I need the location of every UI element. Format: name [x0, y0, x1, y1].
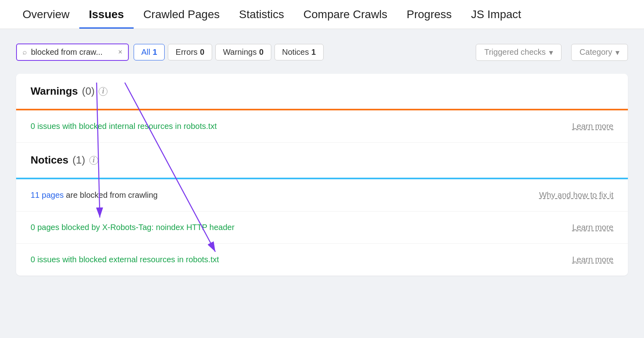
issue-row: 0 issues with blocked external resources…	[16, 244, 628, 276]
filter-btn-label: Warnings	[223, 48, 257, 57]
issue-action-link[interactable]: Why and how to fix it	[539, 191, 613, 200]
chevron-down-icon: ▾	[549, 48, 553, 57]
issue-text-content: 0 issues with blocked external resources…	[31, 255, 219, 264]
sections-container: Warnings (0) i 0 issues with blocked int…	[16, 74, 628, 276]
filter-dropdowns: Triggered checks▾Category▾	[476, 44, 628, 61]
dropdown-label: Category	[580, 48, 612, 57]
filter-dropdown-category[interactable]: Category▾	[571, 44, 628, 61]
nav-tabs: OverviewIssuesCrawled PagesStatisticsCom…	[0, 0, 644, 29]
issue-action-link[interactable]: Learn more	[572, 223, 613, 232]
filter-btn-count: 0	[259, 48, 264, 57]
main-content: ⌕ blocked from craw... × All 1Errors 0Wa…	[0, 29, 644, 335]
filter-bar: ⌕ blocked from craw... × All 1Errors 0Wa…	[16, 44, 628, 61]
dropdown-label: Triggered checks	[484, 48, 546, 57]
nav-tab-js-impact[interactable]: JS Impact	[461, 0, 530, 29]
search-icon: ⌕	[23, 48, 27, 56]
filter-btn-count: 1	[312, 48, 316, 57]
issue-text: 11 pages are blocked from crawling	[31, 191, 531, 200]
filter-btn-errors[interactable]: Errors 0	[168, 44, 212, 60]
issue-row: 0 issues with blocked internal resources…	[16, 110, 628, 143]
filter-btn-count: 1	[153, 48, 157, 57]
nav-tab-issues[interactable]: Issues	[79, 0, 134, 29]
issue-text-suffix: are blocked from crawling	[64, 191, 157, 199]
search-value: blocked from craw...	[31, 48, 114, 57]
filter-btn-notices[interactable]: Notices 1	[275, 44, 324, 60]
filter-btn-count: 0	[200, 48, 204, 57]
chevron-down-icon: ▾	[615, 48, 619, 57]
section-title-text: Notices	[31, 154, 68, 166]
search-box[interactable]: ⌕ blocked from craw... ×	[16, 44, 129, 61]
search-clear-button[interactable]: ×	[118, 48, 122, 56]
filter-buttons: All 1Errors 0Warnings 0Notices 1	[134, 44, 324, 60]
filter-btn-warnings[interactable]: Warnings 0	[215, 44, 271, 60]
section-count: (0)	[82, 85, 95, 97]
issue-text: 0 pages blocked by X-Robots-Tag: noindex…	[31, 223, 564, 232]
filter-btn-label: All	[141, 48, 150, 57]
issue-action-link[interactable]: Learn more	[572, 255, 613, 264]
issue-row: 11 pages are blocked from crawling Why a…	[16, 179, 628, 212]
nav-tab-overview[interactable]: Overview	[13, 0, 79, 29]
section-count: (1)	[72, 154, 85, 166]
issues-container: Warnings (0) i 0 issues with blocked int…	[16, 74, 628, 276]
issue-action-link[interactable]: Learn more	[572, 122, 613, 131]
filter-dropdown-triggered-checks[interactable]: Triggered checks▾	[476, 44, 561, 61]
issue-text: 0 issues with blocked external resources…	[31, 255, 564, 264]
pages-link[interactable]: 11 pages	[31, 191, 64, 199]
filter-btn-label: Errors	[175, 48, 197, 57]
filter-btn-label: Notices	[282, 48, 309, 57]
section-title-text: Warnings	[31, 85, 78, 97]
section-header-notices: Notices (1) i	[16, 143, 628, 178]
issue-text-content: 0 pages blocked by X-Robots-Tag: noindex…	[31, 223, 235, 232]
nav-tab-progress[interactable]: Progress	[397, 0, 461, 29]
nav-tab-crawled-pages[interactable]: Crawled Pages	[134, 0, 229, 29]
nav-tab-statistics[interactable]: Statistics	[229, 0, 294, 29]
section-title: Warnings (0) i	[31, 85, 613, 97]
section-title: Notices (1) i	[31, 154, 613, 166]
filter-btn-all[interactable]: All 1	[134, 44, 165, 60]
issue-text-content: 0 issues with blocked internal resources…	[31, 122, 217, 131]
issue-row: 0 pages blocked by X-Robots-Tag: noindex…	[16, 212, 628, 244]
info-icon[interactable]: i	[99, 87, 107, 96]
info-icon[interactable]: i	[89, 156, 98, 165]
issue-text: 0 issues with blocked internal resources…	[31, 122, 564, 131]
nav-tab-compare-crawls[interactable]: Compare Crawls	[294, 0, 397, 29]
section-header-warnings: Warnings (0) i	[16, 74, 628, 109]
